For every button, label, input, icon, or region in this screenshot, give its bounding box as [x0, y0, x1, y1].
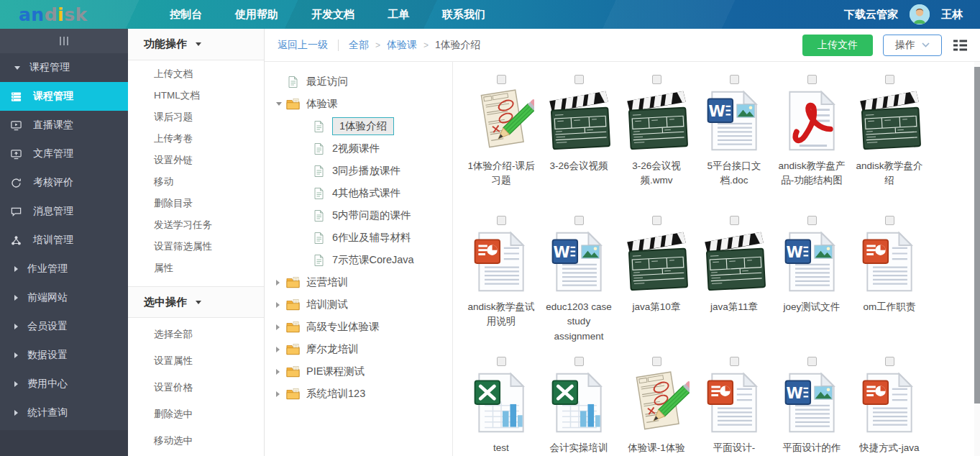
actions-menu-item[interactable]: HTML文档: [128, 85, 264, 106]
actions-menu-item[interactable]: 上传文档: [128, 63, 264, 85]
tree-item[interactable]: 培训测试: [265, 293, 452, 316]
top-nav-item[interactable]: 工单: [388, 8, 409, 22]
sidebar-item[interactable]: 直播课堂: [0, 111, 128, 140]
scrollbar[interactable]: [974, 62, 980, 456]
sidebar-item[interactable]: 课程管理: [0, 82, 128, 111]
sidebar-item[interactable]: 作业管理: [0, 255, 128, 283]
file-item[interactable]: Wjoey测试文件: [773, 211, 851, 352]
top-nav-item[interactable]: 使用帮助: [235, 8, 278, 22]
sidebar-item[interactable]: 统计查询: [0, 398, 128, 427]
file-checkbox[interactable]: [497, 75, 506, 84]
actions-menu-item[interactable]: 移动选中: [128, 427, 264, 454]
file-checkbox[interactable]: [885, 357, 894, 366]
top-nav-item[interactable]: 控制台: [170, 8, 202, 22]
file-item[interactable]: 体验课-1体验: [618, 352, 695, 456]
actions-menu-item[interactable]: 设置属性: [128, 347, 264, 374]
file-item[interactable]: W5平台接口文档.doc: [695, 70, 773, 211]
file-checkbox[interactable]: [730, 75, 739, 84]
sidebar-collapse-button[interactable]: [0, 29, 128, 53]
andisk-logo[interactable]: andisk: [0, 4, 128, 25]
tree-item[interactable]: 摩尔龙培训: [265, 338, 452, 360]
sidebar-item[interactable]: 数据设置: [0, 341, 128, 370]
file-item[interactable]: 3-26会议视频: [540, 70, 618, 211]
actions-menu-item[interactable]: 上传考卷: [128, 128, 264, 150]
chevron-right-icon[interactable]: [276, 391, 286, 397]
tree-item[interactable]: 4其他格式课件: [265, 182, 452, 204]
file-checkbox[interactable]: [652, 357, 661, 366]
top-nav-item[interactable]: 开发文档: [311, 8, 354, 22]
file-item[interactable]: 3-26会议视频.wmv: [618, 70, 695, 211]
tree-item[interactable]: 2视频课件: [265, 137, 452, 160]
upload-file-button[interactable]: 上传文件: [802, 35, 873, 56]
tree-item[interactable]: 7示范课CoreJava: [265, 249, 452, 271]
file-checkbox[interactable]: [730, 216, 739, 225]
file-item[interactable]: Weduc1203 case study assignment: [540, 211, 618, 352]
file-item[interactable]: andisk教学盘试用说明: [462, 211, 540, 352]
tree-item[interactable]: 3同步播放课件: [265, 160, 452, 182]
chevron-right-icon[interactable]: [276, 302, 286, 308]
tree-item[interactable]: PIE课程测试: [265, 360, 452, 383]
sidebar-item[interactable]: 消息管理: [0, 197, 128, 226]
file-item[interactable]: 1体验介绍-课后习题: [462, 70, 540, 211]
file-item[interactable]: andisk教学盘介绍: [851, 70, 928, 211]
chevron-right-icon[interactable]: [276, 324, 286, 330]
sidebar-item[interactable]: 培训管理: [0, 226, 128, 255]
actions-menu-item[interactable]: 移动: [128, 171, 264, 193]
actions-menu-item[interactable]: 设置价格: [128, 374, 264, 401]
chevron-down-icon[interactable]: [276, 102, 286, 106]
file-checkbox[interactable]: [885, 216, 894, 225]
actions-section-header[interactable]: 功能操作: [128, 29, 264, 60]
download-cloud-manager-link[interactable]: 下载云管家: [844, 8, 898, 22]
tree-item[interactable]: 运营培训: [265, 271, 452, 293]
username[interactable]: 王林: [941, 8, 963, 22]
file-item[interactable]: 平面设计-: [695, 352, 773, 456]
file-item[interactable]: andisk教学盘产品-功能结构图: [773, 70, 851, 211]
actions-section-header[interactable]: 选中操作: [128, 286, 264, 318]
breadcrumb-item[interactable]: 全部: [349, 39, 369, 52]
tree-item[interactable]: 系统培训123: [265, 383, 452, 405]
sidebar-item[interactable]: 考核评价: [0, 168, 128, 197]
tree-item[interactable]: 体验课: [265, 93, 452, 115]
actions-menu-item[interactable]: 选择全部: [128, 321, 264, 347]
chevron-right-icon[interactable]: [276, 347, 286, 352]
sidebar-item[interactable]: 文库管理: [0, 140, 128, 168]
actions-dropdown-button[interactable]: 操作: [883, 35, 942, 56]
file-checkbox[interactable]: [497, 216, 506, 225]
actions-menu-item[interactable]: 课后习题: [128, 106, 264, 128]
sidebar-item[interactable]: 会员设置: [0, 312, 128, 341]
actions-menu-item[interactable]: 设置筛选属性: [128, 236, 264, 257]
top-nav-item[interactable]: 联系我们: [442, 8, 485, 22]
tree-item[interactable]: 1体验介绍: [265, 115, 452, 137]
actions-menu-item[interactable]: 删除选中: [128, 401, 264, 427]
file-checkbox[interactable]: [730, 357, 739, 366]
list-view-icon[interactable]: [953, 40, 967, 51]
actions-menu-item[interactable]: 发送学习任务: [128, 214, 264, 236]
tree-item[interactable]: 6作业及辅导材料: [265, 227, 452, 249]
sidebar-item[interactable]: 前端网站: [0, 283, 128, 312]
file-item[interactable]: 会计实操培训: [540, 352, 618, 456]
file-checkbox[interactable]: [574, 357, 584, 366]
file-checkbox[interactable]: [885, 75, 894, 84]
file-checkbox[interactable]: [574, 75, 584, 84]
file-checkbox[interactable]: [652, 216, 661, 225]
actions-menu-item[interactable]: 设置外链: [128, 150, 264, 171]
file-checkbox[interactable]: [497, 357, 506, 366]
sidebar-item[interactable]: 课程管理: [0, 53, 128, 82]
file-item[interactable]: java第10章: [618, 211, 695, 352]
file-checkbox[interactable]: [574, 216, 584, 225]
file-item[interactable]: W平面设计的作: [773, 352, 851, 456]
actions-menu-item[interactable]: 属性: [128, 257, 264, 279]
chevron-right-icon[interactable]: [276, 369, 286, 375]
file-item[interactable]: test: [462, 352, 540, 456]
actions-menu-item[interactable]: 删除目录: [128, 193, 264, 214]
file-checkbox[interactable]: [807, 357, 817, 366]
file-checkbox[interactable]: [807, 75, 817, 84]
sidebar-item[interactable]: 费用中心: [0, 370, 128, 398]
scrollbar-thumb[interactable]: [974, 67, 980, 403]
chevron-right-icon[interactable]: [276, 280, 286, 286]
file-item[interactable]: om工作职责: [851, 211, 928, 352]
back-link[interactable]: 返回上一级: [278, 39, 328, 52]
avatar[interactable]: [910, 4, 930, 24]
file-checkbox[interactable]: [807, 216, 817, 225]
file-checkbox[interactable]: [652, 75, 661, 84]
